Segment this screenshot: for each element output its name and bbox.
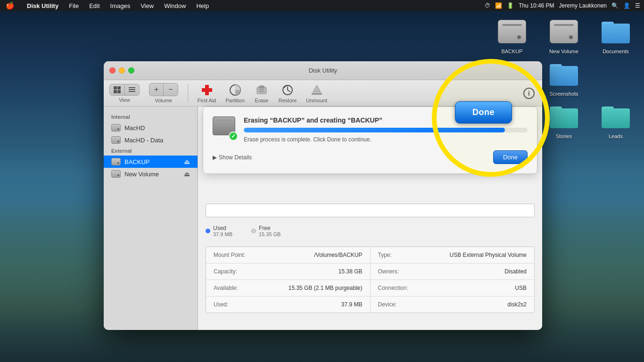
backup-icon [111, 158, 121, 165]
erase-dialog-icon: ✓ [213, 116, 236, 140]
disk-detail-used: Used: 37.9 MB [206, 296, 371, 313]
show-details-label: Show Details [219, 154, 252, 161]
images-menu[interactable]: Images [108, 2, 132, 9]
connection-label: Connection: [378, 285, 421, 291]
list-icon[interactable]: ☰ [635, 2, 640, 9]
backup-label: BACKUP [124, 158, 149, 165]
documents-label: Documents [603, 49, 629, 54]
available-value: 15.35 GB (2.1 MB purgeable) [289, 285, 363, 291]
partition-label: Partition [225, 98, 244, 103]
new-volume-label: New Volume [549, 49, 578, 54]
erase-btn[interactable]: Erase [254, 83, 269, 103]
screenshots-folder-body [550, 66, 578, 86]
show-details-btn[interactable]: ▶ Show Details [213, 154, 252, 161]
clock-icon: ⏱ [485, 2, 490, 9]
backup-eject-icon[interactable]: ⏏ [184, 158, 190, 165]
desktop-icon-documents[interactable]: Documents [597, 16, 635, 54]
edit-menu[interactable]: Edit [87, 2, 101, 9]
mount-point-label: Mount Point: [214, 252, 256, 258]
toolbar-divider-1 [188, 84, 188, 103]
help-menu[interactable]: Help [194, 2, 211, 9]
svg-rect-6 [208, 88, 212, 92]
restore-label: Restore [279, 98, 297, 103]
desktop-icon-new-volume[interactable]: New Volume [545, 16, 583, 54]
used-value-detail: 37.9 MB [341, 301, 363, 308]
svg-rect-0 [129, 87, 135, 88]
new-volume-sidebar-icon [111, 170, 121, 178]
sidebar-item-backup[interactable]: BACKUP ⏏ [104, 156, 198, 168]
add-volume-btn[interactable]: + [149, 83, 164, 96]
view-menu[interactable]: View [139, 2, 156, 9]
disk-details-row-1: Capacity: 15.38 GB Owners: Disabled [206, 263, 534, 280]
view-grid-btn[interactable] [110, 84, 125, 95]
svg-rect-3 [205, 85, 209, 89]
stories-folder-body [550, 108, 578, 128]
first-aid-label: First Aid [198, 98, 216, 103]
svg-rect-7 [205, 91, 209, 95]
machd-data-icon [111, 136, 121, 144]
machd-data-label: MacHD - Data [124, 137, 163, 144]
add-remove-group[interactable]: + − [149, 83, 178, 96]
owners-label: Owners: [378, 268, 421, 275]
floating-done-container: Done [455, 101, 512, 123]
desktop-icon-backup[interactable]: BACKUP [493, 16, 531, 54]
menubar-time: Thu 10:46 PM [519, 2, 554, 9]
minimize-button[interactable] [119, 67, 125, 74]
svg-rect-5 [205, 88, 209, 92]
first-aid-btn[interactable]: First Aid [198, 83, 216, 103]
window-titlebar: Disk Utility [104, 61, 542, 80]
sidebar-item-new-volume[interactable]: New Volume ⏏ [104, 168, 198, 180]
remove-volume-btn[interactable]: − [164, 83, 177, 96]
backup-drive-label: BACKUP [501, 49, 522, 54]
available-label: Available: [214, 285, 256, 291]
documents-folder-body [602, 24, 630, 43]
window-title: Disk Utility [309, 67, 338, 74]
view-list-btn[interactable] [125, 84, 139, 95]
info-icon: i [521, 87, 537, 100]
view-segmented[interactable] [109, 84, 140, 96]
partition-icon [228, 83, 243, 97]
new-volume-sidebar-label: New Volume [124, 171, 159, 178]
account-icon[interactable]: 👤 [623, 2, 630, 9]
search-icon[interactable]: 🔍 [611, 2, 619, 9]
new-volume-eject-icon[interactable]: ⏏ [184, 170, 190, 178]
sidebar-item-machd[interactable]: MacHD [104, 122, 198, 134]
file-menu[interactable]: File [67, 2, 81, 9]
disk-detail-device: Device: disk2s2 [371, 296, 535, 313]
menubar: 🍎 Disk Utility File Edit Images View Win… [0, 0, 644, 11]
info-btn[interactable]: i [521, 87, 537, 100]
restore-btn[interactable]: Restore [279, 83, 297, 103]
machd-icon [111, 124, 121, 132]
owners-value: Disabled [504, 268, 527, 275]
disk-detail-capacity: Capacity: 15.38 GB [206, 263, 371, 280]
desktop-icon-screenshots[interactable]: Screenshots [545, 59, 583, 97]
view-toolbar-group: View [109, 84, 140, 103]
disk-name-input[interactable] [206, 204, 535, 217]
disk-detail-mount-point: Mount Point: /Volumes/BACKUP [206, 247, 371, 263]
apple-menu[interactable]: 🍎 [4, 1, 17, 10]
leads-folder-body [602, 108, 630, 128]
disk-details-row-2: Available: 15.35 GB (2.1 MB purgeable) C… [206, 280, 534, 296]
new-volume-drive-icon [550, 20, 578, 43]
unmount-btn[interactable]: Unmount [306, 83, 327, 103]
window-menu[interactable]: Window [162, 2, 188, 9]
main-panel: ✓ Erasing “BACKUP” and creating “BACKUP”… [198, 107, 542, 330]
sidebar-item-machd-data[interactable]: MacHD - Data [104, 134, 198, 146]
used-amount: 37.9 MB [213, 231, 232, 237]
close-button[interactable] [109, 67, 116, 74]
show-details-triangle: ▶ [213, 154, 217, 161]
capacity-label: Capacity: [214, 268, 256, 275]
maximize-button[interactable] [128, 67, 134, 74]
app-name[interactable]: Disk Utility [25, 2, 60, 9]
view-label: View [119, 97, 130, 103]
svg-rect-1 [129, 89, 135, 90]
unmount-label: Unmount [306, 98, 327, 103]
menubar-user: Jeremy Laukkonen [559, 2, 607, 9]
storage-labels: Used 37.9 MB Free 15.35 GB [206, 225, 535, 237]
floating-done-button[interactable]: Done [455, 101, 512, 123]
stories-label: Stories [556, 133, 572, 139]
desktop-icon-leads[interactable]: Leads [597, 101, 635, 139]
erase-done-btn[interactable]: Done [493, 150, 528, 164]
partition-btn[interactable]: Partition [225, 83, 244, 103]
desktop-icon-stories[interactable]: Stories [545, 101, 583, 139]
